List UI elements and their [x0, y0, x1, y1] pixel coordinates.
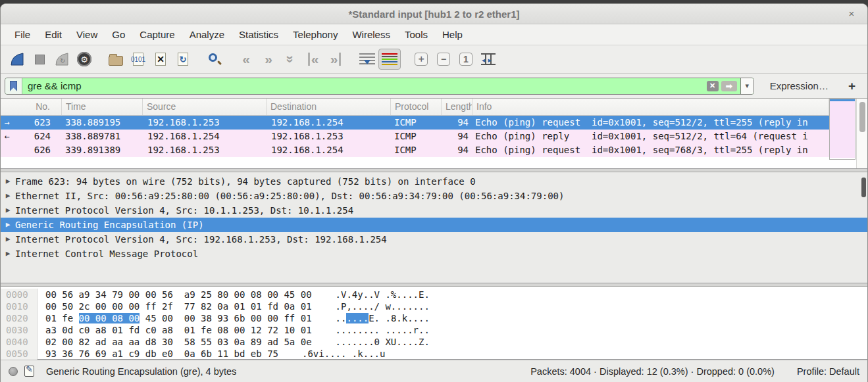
- menu-item-go[interactable]: Go: [105, 26, 132, 43]
- zoom-in-icon[interactable]: ＋: [410, 49, 432, 70]
- hex-row[interactable]: 004002 00 82 ad aa aa d8 30 58 55 03 0a …: [1, 336, 867, 348]
- detail-row[interactable]: ▶Internet Protocol Version 4, Src: 10.1.…: [1, 203, 867, 218]
- expert-info-icon[interactable]: [9, 367, 18, 376]
- detail-text: Internet Protocol Version 4, Src: 192.16…: [15, 232, 387, 247]
- detail-text: Frame 623: 94 bytes on wire (752 bits), …: [15, 174, 476, 189]
- column-header-source[interactable]: Source: [143, 99, 267, 115]
- filter-apply-button[interactable]: ➡: [721, 81, 737, 91]
- menu-item-statistics[interactable]: Statistics: [232, 26, 286, 43]
- hex-bytes[interactable]: a3 0d c0 a8 01 fd c0 a8 01 fe 08 00 12 7…: [38, 324, 312, 336]
- hex-row[interactable]: 002001 fe 00 00 08 00 45 00 00 38 93 6b …: [1, 312, 867, 324]
- column-header-destination[interactable]: Destination: [267, 99, 391, 115]
- expander-icon[interactable]: ▶: [1, 232, 15, 247]
- go-last-icon[interactable]: »: [324, 49, 347, 70]
- go-forward-icon[interactable]: »: [257, 49, 280, 70]
- menu-item-analyze[interactable]: Analyze: [182, 26, 232, 43]
- hex-bytes[interactable]: 00 50 2c 00 00 00 ff 2f 77 82 0a 01 01 f…: [38, 300, 312, 312]
- expander-icon[interactable]: ▶: [1, 203, 15, 218]
- hex-bytes[interactable]: 02 00 82 ad aa aa d8 30 58 55 03 0a 89 a…: [38, 336, 312, 348]
- expression-button[interactable]: Expression…: [770, 80, 829, 91]
- packet-destination: 192.168.1.254: [267, 143, 391, 157]
- find-packet-icon[interactable]: [203, 49, 226, 70]
- column-header-protocol[interactable]: Protocol: [391, 99, 442, 115]
- hex-ascii[interactable]: .P,..../ w.......: [336, 300, 430, 312]
- hex-ascii[interactable]: ........ .....r..: [336, 324, 430, 336]
- colorize-icon[interactable]: [378, 49, 401, 70]
- hex-ascii[interactable]: .6vi.... .k...u: [302, 348, 385, 360]
- title-bar[interactable]: *Standard input [hub1 2 to r2 ether1] ×: [1, 4, 867, 24]
- window-title: *Standard input [hub1 2 to r2 ether1]: [348, 9, 519, 20]
- menu-item-view[interactable]: View: [69, 26, 105, 43]
- hex-row[interactable]: 001000 50 2c 00 00 00 ff 2f 77 82 0a 01 …: [1, 300, 867, 312]
- menu-item-file[interactable]: File: [7, 26, 38, 43]
- expander-icon[interactable]: ▶: [1, 189, 15, 203]
- main-toolbar: ↻⚙0101✕↻«»»«»＋−1◂▸: [1, 45, 867, 74]
- filter-value[interactable]: gre && icmp: [22, 80, 707, 91]
- expander-icon[interactable]: ▶: [1, 218, 15, 232]
- packet-row[interactable]: 623→338.889195192.168.1.253192.168.1.254…: [1, 116, 829, 130]
- filter-clear-button[interactable]: ✕: [707, 81, 719, 91]
- column-header-no[interactable]: No.: [1, 99, 62, 115]
- hex-ascii[interactable]: .......0 XU....Z.: [336, 336, 430, 348]
- hex-bytes[interactable]: 01 fe 00 00 08 00 45 00 00 38 93 6b 00 0…: [38, 312, 312, 324]
- detail-row[interactable]: ▶Internet Control Message Protocol: [1, 247, 867, 261]
- column-header-info[interactable]: Info: [472, 99, 829, 115]
- auto-scroll-icon[interactable]: [356, 49, 378, 70]
- add-filter-button[interactable]: +: [848, 79, 855, 93]
- hex-row[interactable]: 005093 36 76 69 a1 c9 db e0 0a 6b 11 bd …: [1, 348, 867, 360]
- hex-ascii[interactable]: .V.4y..V .%....E.: [336, 289, 430, 300]
- filter-bookmark-button[interactable]: [5, 78, 22, 94]
- go-first-icon[interactable]: «: [302, 49, 324, 70]
- capture-options-icon[interactable]: ⚙: [73, 49, 95, 70]
- menu-item-edit[interactable]: Edit: [38, 26, 69, 43]
- detail-row[interactable]: ▶Frame 623: 94 bytes on wire (752 bits),…: [1, 174, 867, 189]
- menu-item-tools[interactable]: Tools: [397, 26, 435, 43]
- detail-row[interactable]: ▶Ethernet II, Src: 00:56:a9:25:80:00 (00…: [1, 189, 867, 203]
- menu-item-wireless[interactable]: Wireless: [345, 26, 397, 43]
- packet-protocol: ICMP: [391, 130, 442, 143]
- restart-capture-icon[interactable]: ↻: [51, 49, 73, 70]
- go-back-icon[interactable]: «: [235, 49, 257, 70]
- zoom-out-icon[interactable]: −: [432, 49, 455, 70]
- go-to-packet-icon[interactable]: »: [280, 49, 302, 70]
- close-icon[interactable]: ×: [845, 7, 858, 20]
- column-header-time[interactable]: Time: [62, 99, 143, 115]
- menu-item-help[interactable]: Help: [435, 26, 470, 43]
- hex-bytes[interactable]: 93 36 76 69 a1 c9 db e0 0a 6b 11 bd eb 7…: [38, 348, 278, 360]
- packet-source: 192.168.1.254: [143, 130, 267, 143]
- hex-ascii[interactable]: ......E. .8.k....: [336, 312, 430, 324]
- menu-item-capture[interactable]: Capture: [132, 26, 182, 43]
- resize-columns-icon[interactable]: ◂▸: [477, 49, 499, 70]
- packet-list-scrollbar[interactable]: [856, 99, 867, 168]
- expander-icon[interactable]: ▶: [1, 174, 15, 189]
- expander-icon[interactable]: ▶: [1, 247, 15, 261]
- hex-row[interactable]: 000000 56 a9 34 79 00 00 56 a9 25 80 00 …: [1, 289, 867, 300]
- stop-capture-icon[interactable]: [28, 49, 51, 70]
- save-file-icon[interactable]: 0101: [127, 49, 149, 70]
- capture-comment-icon[interactable]: [24, 366, 34, 377]
- hex-row[interactable]: 0030a3 0d c0 a8 01 fd c0 a8 01 fe 08 00 …: [1, 324, 867, 336]
- detail-row[interactable]: ▶Internet Protocol Version 4, Src: 192.1…: [1, 232, 867, 247]
- packet-protocol: ICMP: [391, 143, 442, 157]
- close-file-icon[interactable]: ✕: [149, 49, 172, 70]
- packet-list-minimap[interactable]: [829, 99, 855, 160]
- packet-length: 94: [442, 130, 472, 143]
- display-filter-input[interactable]: gre && icmp ✕ ➡ ▾: [5, 78, 754, 95]
- menu-item-telephony[interactable]: Telephony: [286, 26, 345, 43]
- column-header-length[interactable]: Length: [442, 99, 472, 115]
- status-profile[interactable]: Profile: Default: [797, 366, 859, 377]
- packet-row[interactable]: 624←338.889781192.168.1.254192.168.1.253…: [1, 130, 829, 143]
- hex-offset: 0030: [1, 324, 38, 336]
- zoom-100-icon[interactable]: 1: [455, 49, 477, 70]
- detail-row[interactable]: ▶Generic Routing Encapsulation (IP): [1, 218, 867, 232]
- start-capture-icon[interactable]: [6, 49, 28, 70]
- packet-destination: 192.168.1.254: [267, 116, 391, 130]
- hex-bytes[interactable]: 00 56 a9 34 79 00 00 56 a9 25 80 00 08 0…: [38, 289, 312, 300]
- scrollbar-thumb[interactable]: [859, 102, 865, 132]
- details-scrollbar-thumb[interactable]: [861, 178, 866, 197]
- packet-list-pane: No.TimeSourceDestinationProtocolLengthIn…: [1, 99, 867, 169]
- filter-dropdown-button[interactable]: ▾: [740, 78, 753, 94]
- reload-file-icon[interactable]: ↻: [172, 49, 194, 70]
- packet-row[interactable]: 626339.891389192.168.1.253192.168.1.254I…: [1, 143, 829, 157]
- open-file-icon[interactable]: [105, 49, 127, 70]
